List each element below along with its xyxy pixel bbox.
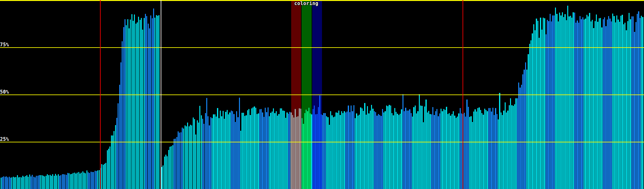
y-axis-label-25: 25% (0, 137, 9, 142)
y-axis-label-75: 75% (0, 43, 9, 47)
y-axis-label-50: 50% (0, 90, 9, 94)
red-marker-line-1 (100, 0, 101, 189)
performance-bar-graph: 75% 50% 25% coloring (0, 0, 644, 189)
red-marker-line-2 (463, 0, 463, 189)
white-cursor-line (161, 0, 161, 189)
chart-title: coloring (294, 1, 318, 6)
markers-layer (0, 0, 644, 189)
